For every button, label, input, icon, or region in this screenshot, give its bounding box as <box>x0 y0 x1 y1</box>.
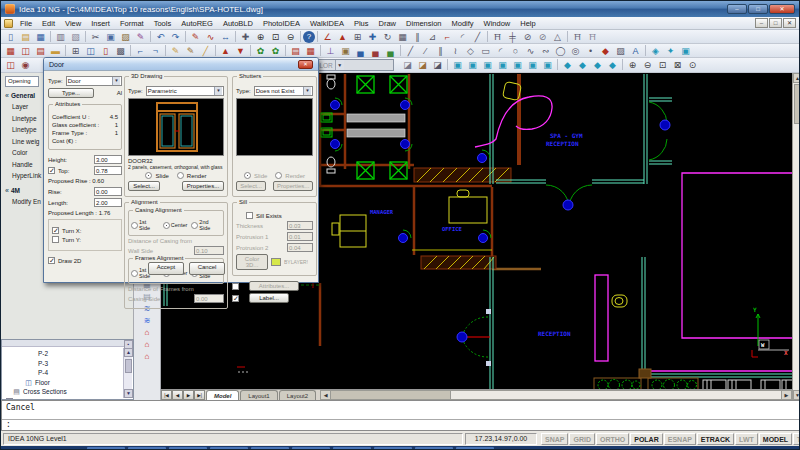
wall-double-icon[interactable]: ◫ <box>18 45 33 57</box>
mirror-h-icon[interactable]: Ħ <box>490 31 505 43</box>
mdi-restore-button[interactable]: □ <box>769 18 782 28</box>
stamp-green-icon[interactable]: ▄ <box>383 45 398 57</box>
freehand-icon[interactable]: ∿ <box>203 31 218 43</box>
iso-ne-icon[interactable]: ◆ <box>590 59 605 71</box>
sill-exists-checkbox[interactable] <box>246 212 253 219</box>
type-button[interactable]: Type... <box>48 88 94 98</box>
stamp-red-icon[interactable]: ▄ <box>368 45 383 57</box>
view-nw-icon[interactable]: ▣ <box>450 59 465 71</box>
view-3d-icon[interactable]: ◈ <box>648 45 663 57</box>
view-e-icon[interactable]: ▣ <box>525 59 540 71</box>
trim-icon[interactable]: ⊿ <box>425 31 440 43</box>
draworder-3-icon[interactable]: ◪ <box>430 59 445 71</box>
casing-2nd-radio[interactable] <box>191 222 198 229</box>
view-se-icon[interactable]: ▣ <box>540 59 555 71</box>
zoom-extents-icon[interactable]: ⊠ <box>670 59 685 71</box>
palette-header[interactable]: Opening <box>5 76 39 87</box>
dialog-title-bar[interactable]: Door ✕ <box>44 58 318 71</box>
toggle-grid[interactable]: GRID <box>569 433 595 445</box>
ruler-icon[interactable]: ╱ <box>198 45 213 57</box>
polyline-icon[interactable]: ≀ <box>448 45 463 57</box>
text-icon[interactable]: A <box>628 45 643 57</box>
pan-icon[interactable]: ✚ <box>238 31 253 43</box>
copy-icon[interactable]: ▣ <box>103 31 118 43</box>
print-preview-icon[interactable]: ▧ <box>68 31 83 43</box>
sketch-icon[interactable]: ✎ <box>188 31 203 43</box>
rectangle-icon[interactable]: ▭ <box>478 45 493 57</box>
toggle-ortho[interactable]: ORTHO <box>596 433 629 445</box>
height-field[interactable]: 3.00 <box>94 155 122 164</box>
menu-dimension[interactable]: Dimension <box>401 19 446 28</box>
top-field[interactable]: 0.78 <box>94 166 122 175</box>
fillet-icon[interactable]: ◜ <box>455 31 470 43</box>
tree-item-p-3[interactable]: P-3 <box>4 359 122 369</box>
view-top-icon[interactable]: ▣ <box>510 59 525 71</box>
paste-icon[interactable]: ▨ <box>118 31 133 43</box>
tree-item-p-4[interactable]: P-4 <box>4 368 122 378</box>
column-icon[interactable]: ▩ <box>113 45 128 57</box>
tree-scrollbar[interactable]: ▲ ▼ <box>123 348 132 398</box>
zoom-out-icon[interactable]: ⊖ <box>640 59 655 71</box>
horizontal-scrollbar[interactable]: ◀ ▶ <box>320 390 792 400</box>
roof-2-icon[interactable]: ⌂ <box>140 339 154 350</box>
scrollbar-thumb[interactable] <box>794 84 800 124</box>
line-icon[interactable]: ╱ <box>403 45 418 57</box>
menu-plus[interactable]: Plus <box>349 19 374 28</box>
scroll-right-icon[interactable]: ▶ <box>781 391 791 399</box>
draworder-1-icon[interactable]: ◪ <box>400 59 415 71</box>
menu-view[interactable]: View <box>60 19 86 28</box>
area-icon[interactable]: ▲ <box>335 31 350 43</box>
tool-purple-icon[interactable]: ⊥ <box>323 45 338 57</box>
triangle-down-icon[interactable]: ▼ <box>233 45 248 57</box>
tree-item-floor[interactable]: ◫Floor <box>4 378 122 388</box>
scrollbar-thumb[interactable] <box>125 359 132 373</box>
menu-autoreg[interactable]: AutoREG <box>176 19 218 28</box>
command-prompt[interactable]: : <box>2 420 800 430</box>
scroll-left-icon[interactable]: ◀ <box>321 391 331 399</box>
waves-blue-2-icon[interactable]: ≋ <box>140 315 154 326</box>
tree-item-cross-sections[interactable]: ▤Cross Sections <box>4 387 122 397</box>
scroll-down-icon[interactable]: ▼ <box>124 389 133 398</box>
tab-nav-0-button[interactable]: |◀ <box>161 390 172 400</box>
casing-center-radio[interactable] <box>163 222 170 229</box>
fence-2-icon[interactable]: ▦ <box>303 45 318 57</box>
menu-modify[interactable]: Modify <box>446 19 478 28</box>
leaf-2-icon[interactable]: ✿ <box>268 45 283 57</box>
minimize-button[interactable]: – <box>727 4 747 14</box>
menu-window[interactable]: Window <box>479 19 516 28</box>
tab-nav-1-button[interactable]: ◀ <box>172 390 183 400</box>
array-icon[interactable]: ▦ <box>395 31 410 43</box>
image-ref-icon[interactable]: ▣ <box>678 45 693 57</box>
3d-type-combo[interactable]: Parametric▼ <box>146 86 224 96</box>
tool-brown-icon[interactable]: ▣ <box>338 45 353 57</box>
print-icon[interactable]: ▥ <box>53 31 68 43</box>
door-type-combo[interactable]: Door▼ <box>66 76 122 86</box>
align-v-icon[interactable]: Ħ <box>585 31 600 43</box>
fence-1-icon[interactable]: ▤ <box>288 45 303 57</box>
toggle-polar[interactable]: POLAR <box>630 433 663 445</box>
render-radio[interactable] <box>177 172 184 179</box>
close-icon[interactable]: ✕ <box>298 60 313 69</box>
grid-axes-icon[interactable]: ⊞ <box>68 45 83 57</box>
length-field[interactable]: 2.00 <box>94 198 122 207</box>
stamp-blue-icon[interactable]: ▄ <box>353 45 368 57</box>
slide-radio[interactable] <box>145 172 152 179</box>
rotate-icon[interactable]: ↻ <box>380 31 395 43</box>
redo-icon[interactable]: ↷ <box>168 31 183 43</box>
window-element-icon[interactable]: ◫ <box>83 45 98 57</box>
tab-layout1[interactable]: Layout1 <box>240 390 277 400</box>
roof-1-icon[interactable]: ⌂ <box>140 327 154 338</box>
scroll-up-icon[interactable]: ▲ <box>124 348 133 357</box>
menu-autobld[interactable]: AutoBLD <box>218 19 258 28</box>
casing-1st-radio[interactable] <box>131 222 138 229</box>
revision-cloud-icon[interactable]: ∿ <box>523 45 538 57</box>
scroll-up-icon[interactable]: ▲ <box>793 73 800 83</box>
construction-line-icon[interactable]: ⁄ <box>418 45 433 57</box>
toggle-esnap[interactable]: ESNAP <box>664 433 696 445</box>
iso-se-icon[interactable]: ◆ <box>575 59 590 71</box>
menu-tools[interactable]: Tools <box>149 19 177 28</box>
frames-1st-radio[interactable] <box>131 270 138 277</box>
accept-button[interactable]: Accept <box>148 262 184 275</box>
toggle-snap[interactable]: SNAP <box>541 433 568 445</box>
toggle-etrack[interactable]: ETRACK <box>697 433 734 445</box>
